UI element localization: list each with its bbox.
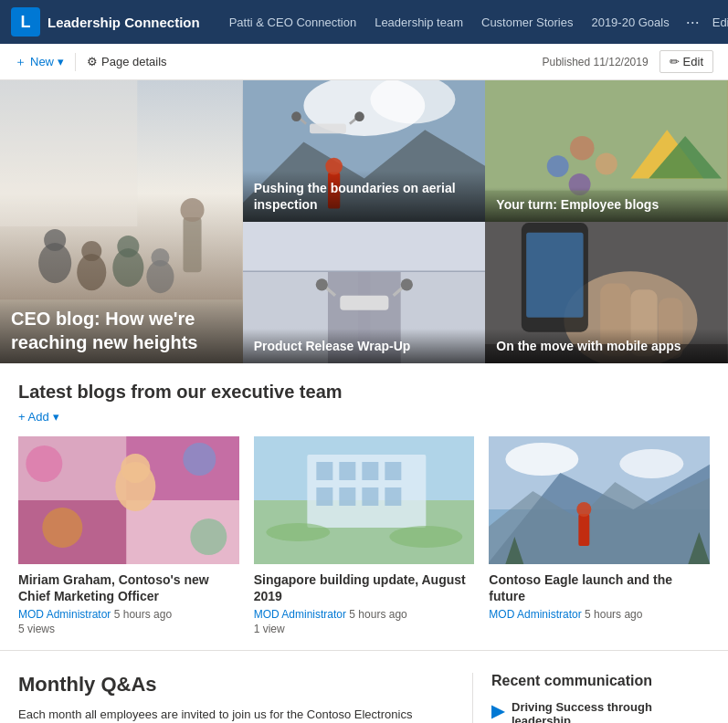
plus-icon: ＋: [15, 54, 26, 70]
blog-card-image-0: [18, 436, 239, 564]
svg-rect-70: [339, 487, 355, 506]
blog-card-1[interactable]: Singapore building update, August 2019 M…: [254, 436, 475, 635]
svg-rect-68: [385, 462, 401, 480]
chevron-down-icon: ▾: [58, 55, 64, 68]
nav-link-customer[interactable]: Customer Stories: [474, 12, 580, 33]
settings-icon: ⚙: [87, 55, 98, 68]
nav-link-leadership[interactable]: Leadership team: [367, 12, 470, 33]
svg-point-77: [506, 443, 579, 476]
blog-card-2[interactable]: Contoso Eagle launch and the future MOD …: [489, 436, 710, 635]
blog-card-image-2: [489, 436, 710, 564]
blog-card-title-1: Singapore building update, August 2019: [254, 571, 475, 604]
svg-point-57: [26, 445, 62, 482]
hero-title-product: Product Release Wrap-Up: [254, 338, 475, 354]
published-info: Published 11/12/2019: [542, 56, 648, 68]
add-button[interactable]: + Add ▾: [18, 410, 710, 424]
blog-card-meta-2: MOD Administrator 5 hours ago: [489, 608, 710, 621]
edit-button[interactable]: ✏ Edit: [659, 50, 713, 73]
blog-card-meta-1: MOD Administrator 5 hours ago: [254, 608, 475, 621]
pencil-icon: ✏: [670, 55, 680, 68]
svg-point-58: [183, 443, 216, 476]
svg-point-27: [570, 136, 595, 161]
monthly-qa: Monthly Q&As Each month all employees ar…: [18, 673, 472, 723]
recent-communication: Recent communication ▶ Driving Success t…: [472, 673, 710, 723]
svg-rect-35: [340, 296, 388, 310]
svg-point-74: [389, 526, 462, 548]
svg-rect-19: [310, 124, 346, 134]
svg-point-82: [577, 502, 592, 517]
recent-comm-title: Recent communication: [491, 673, 710, 689]
hero-cell-drone[interactable]: Pushing the boundaries on aerial inspect…: [243, 80, 486, 222]
svg-point-38: [315, 278, 327, 290]
nav-links: Patti & CEO Connection Leadership team C…: [222, 12, 705, 33]
blog-card-image-1: [254, 436, 475, 564]
blog-time-0: 5 hours ago: [114, 608, 172, 621]
hero-cell-product[interactable]: Product Release Wrap-Up: [243, 222, 486, 363]
hero-overlay-employee: Your turn: Employee blogs: [485, 187, 728, 222]
svg-point-22: [291, 111, 301, 121]
svg-point-78: [620, 449, 684, 478]
hero-overlay-mobile: On the move with mobile apps: [485, 329, 728, 363]
svg-rect-66: [339, 462, 355, 480]
blog-views-1: 1 view: [254, 623, 475, 635]
svg-rect-48: [526, 233, 583, 318]
svg-rect-71: [362, 487, 378, 506]
hero-cell-employee[interactable]: Your turn: Employee blogs: [485, 80, 728, 222]
svg-point-11: [180, 198, 204, 222]
hero-overlay-ceo: CEO blog: How we're reaching new heights: [0, 298, 243, 363]
svg-rect-81: [579, 514, 590, 546]
monthly-qa-title: Monthly Q&As: [18, 673, 450, 697]
site-logo: L: [11, 7, 40, 37]
blog-section: Latest blogs from our executive team + A…: [0, 363, 728, 651]
edit-link[interactable]: Edit: [712, 16, 728, 29]
nav-link-goals[interactable]: 2019-20 Goals: [584, 12, 676, 33]
chevron-down-icon: ▾: [53, 410, 59, 424]
svg-point-56: [121, 454, 150, 483]
hero-title-drone: Pushing the boundaries on aerial inspect…: [254, 180, 475, 213]
nav-link-patti[interactable]: Patti & CEO Connection: [222, 12, 364, 33]
svg-rect-69: [316, 487, 332, 506]
toolbar-divider: [75, 53, 76, 71]
svg-rect-40: [243, 222, 486, 271]
blog-section-title: Latest blogs from our executive team: [18, 382, 710, 403]
blog-views-0: 5 views: [18, 623, 239, 635]
svg-point-59: [42, 508, 82, 548]
svg-rect-12: [0, 80, 137, 226]
hero-overlay-drone: Pushing the boundaries on aerial inspect…: [243, 171, 486, 222]
hero-cell-ceo[interactable]: CEO blog: How we're reaching new heights: [0, 80, 243, 363]
svg-point-5: [81, 241, 101, 261]
svg-rect-67: [362, 462, 378, 480]
sub-toolbar: ＋ New ▾ ⚙ Page details Published 11/12/2…: [0, 44, 728, 80]
svg-point-3: [44, 229, 66, 251]
svg-point-60: [190, 519, 227, 555]
svg-point-73: [266, 523, 330, 541]
blog-cards: Miriam Graham, Contoso's new Chief Marke…: [18, 436, 710, 635]
blog-time-2: 5 hours ago: [585, 608, 642, 621]
blog-card-title-0: Miriam Graham, Contoso's new Chief Marke…: [18, 571, 239, 604]
hero-cell-mobile[interactable]: On the move with mobile apps: [485, 222, 728, 363]
new-button[interactable]: ＋ New ▾: [15, 54, 64, 70]
blog-card-0[interactable]: Miriam Graham, Contoso's new Chief Marke…: [18, 436, 239, 635]
page-details-button[interactable]: ⚙ Page details: [87, 55, 167, 68]
top-navigation: L Leadership Connection Patti & CEO Conn…: [0, 0, 728, 44]
hero-title-mobile: On the move with mobile apps: [496, 338, 717, 354]
svg-point-39: [400, 278, 412, 290]
comm-item-0[interactable]: ▶ Driving Success through leadership Ski…: [491, 700, 710, 723]
nav-actions: Edit ★ Following ↗ Share site: [712, 16, 728, 29]
arrow-icon: ▶: [491, 701, 504, 721]
comm-item-title-0: Driving Success through leadership: [512, 700, 710, 723]
svg-point-23: [354, 111, 364, 121]
svg-rect-10: [183, 217, 201, 272]
svg-point-29: [596, 152, 617, 174]
bottom-section: Monthly Q&As Each month all employees ar…: [0, 651, 728, 723]
hero-overlay-product: Product Release Wrap-Up: [243, 329, 486, 363]
monthly-qa-description: Each month all employees are invited to …: [18, 706, 450, 723]
svg-rect-65: [316, 462, 332, 480]
hero-title-ceo: CEO blog: How we're reaching new heights: [11, 307, 232, 354]
blog-card-meta-0: MOD Administrator 5 hours ago: [18, 608, 239, 621]
svg-point-9: [151, 248, 169, 267]
blog-time-1: 5 hours ago: [349, 608, 406, 621]
svg-point-7: [117, 236, 139, 257]
comm-text-0: Driving Success through leadership Skill…: [512, 700, 710, 723]
nav-more-button[interactable]: ···: [681, 13, 705, 32]
